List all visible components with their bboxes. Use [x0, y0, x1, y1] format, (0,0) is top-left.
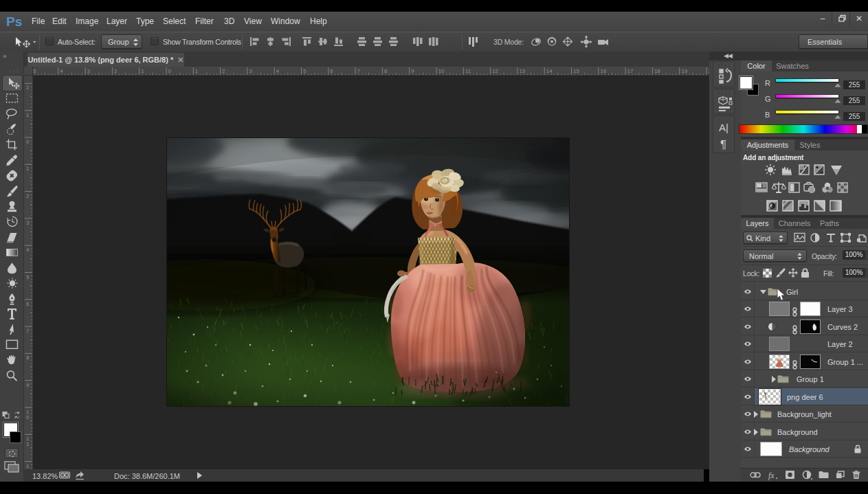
- svg-text:2: 2: [26, 193, 30, 199]
- svg-text:4: 4: [60, 68, 63, 74]
- svg-text:2: 2: [222, 68, 225, 74]
- svg-text:8: 8: [26, 355, 30, 361]
- svg-text:1: 1: [141, 68, 144, 74]
- svg-text:18: 18: [654, 68, 660, 74]
- svg-text:1: 1: [195, 68, 199, 74]
- svg-text:9: 9: [26, 382, 30, 388]
- svg-text:5: 5: [26, 274, 30, 280]
- svg-text:0: 0: [168, 68, 172, 74]
- svg-text:19: 19: [681, 68, 687, 74]
- svg-text:1: 1: [26, 166, 30, 172]
- svg-text:0: 0: [26, 414, 30, 420]
- svg-text:9: 9: [411, 68, 414, 74]
- svg-text:6: 6: [26, 301, 30, 307]
- svg-text:16: 16: [600, 68, 606, 74]
- svg-text:fx: fx: [768, 471, 775, 480]
- svg-text:17: 17: [627, 68, 634, 74]
- svg-text:6: 6: [330, 68, 333, 74]
- svg-text:7: 7: [357, 68, 361, 74]
- svg-text:3: 3: [87, 68, 91, 74]
- svg-text:0: 0: [26, 139, 30, 145]
- svg-text:4: 4: [276, 68, 280, 74]
- svg-text:11: 11: [465, 68, 471, 74]
- svg-text:5: 5: [303, 68, 307, 74]
- svg-text:1: 1: [26, 441, 30, 447]
- svg-text:12: 12: [492, 68, 498, 74]
- svg-text:2: 2: [26, 85, 30, 91]
- svg-text:4: 4: [26, 247, 30, 253]
- svg-text:3: 3: [26, 220, 30, 226]
- svg-text:13: 13: [519, 68, 525, 74]
- svg-text:8: 8: [384, 68, 388, 74]
- svg-text:15: 15: [573, 68, 579, 74]
- svg-text:10: 10: [438, 68, 445, 74]
- svg-text:14: 14: [546, 68, 553, 74]
- svg-text:3: 3: [249, 68, 252, 74]
- svg-text:2: 2: [114, 68, 118, 74]
- svg-text:1: 1: [26, 112, 30, 118]
- svg-text:5: 5: [33, 68, 36, 74]
- svg-text:7: 7: [26, 328, 30, 334]
